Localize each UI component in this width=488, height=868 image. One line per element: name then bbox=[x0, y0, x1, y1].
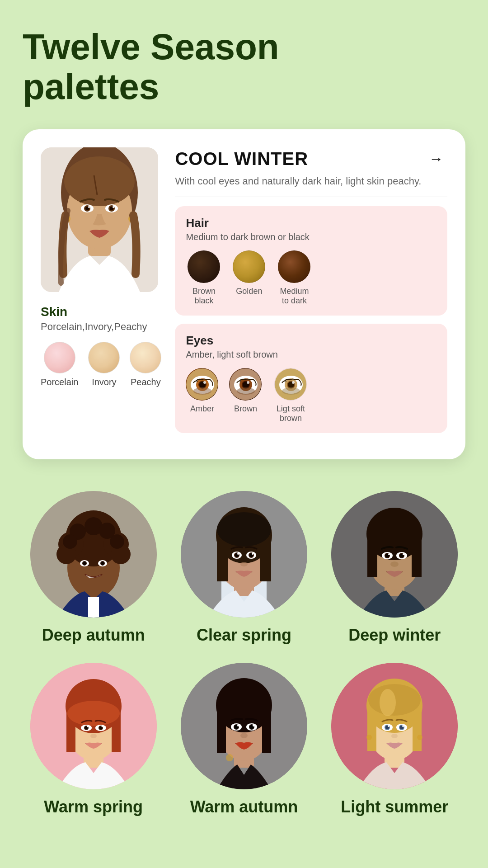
svg-point-47 bbox=[63, 534, 77, 549]
clear-spring-avatar bbox=[181, 491, 307, 618]
svg-point-118 bbox=[240, 733, 248, 738]
person-photo bbox=[41, 147, 158, 292]
season-header: COOL WINTER → bbox=[175, 147, 447, 170]
page-container: Twelve Season palettes bbox=[0, 0, 488, 863]
golden-name: Golden bbox=[236, 287, 262, 296]
svg-point-54 bbox=[101, 562, 104, 565]
brown-black-circle bbox=[188, 250, 220, 283]
swatch-peachy: Peachy bbox=[130, 342, 161, 387]
card-left: Skin Porcelain,Invory,Peachy Porcelain I… bbox=[41, 147, 161, 441]
svg-point-35 bbox=[292, 381, 295, 384]
divider bbox=[175, 197, 447, 197]
card-right: COOL WINTER → With cool eyes and natural… bbox=[175, 147, 447, 441]
brown-eye-circle bbox=[229, 368, 262, 401]
skin-swatches: Porcelain Invory Peachy bbox=[41, 342, 161, 387]
svg-rect-108 bbox=[217, 708, 226, 753]
deep-winter-label: Deep winter bbox=[348, 626, 441, 645]
deep-autumn-label: Deep autumn bbox=[42, 626, 145, 645]
svg-rect-109 bbox=[262, 708, 271, 753]
porcelain-circle bbox=[44, 342, 75, 373]
season-row-2: Warm spring bbox=[23, 663, 465, 816]
season-row-1: Deep autumn bbox=[23, 491, 465, 645]
hair-swatch-golden: Golden bbox=[233, 250, 265, 296]
hair-swatch-brown-black: Brown black bbox=[186, 250, 222, 306]
light-soft-brown-name: Ligt soft brown bbox=[272, 404, 309, 423]
deep-autumn-avatar bbox=[30, 491, 157, 618]
eye-swatch-brown: Brown bbox=[229, 368, 262, 414]
hair-trait-box: Hair Medium to dark brown or black Brown… bbox=[175, 206, 447, 316]
arrow-button[interactable]: → bbox=[425, 147, 447, 170]
eye-swatches: Amber bbox=[186, 368, 436, 423]
eyes-trait-box: Eyes Amber, light soft brown bbox=[175, 324, 447, 433]
svg-point-131 bbox=[388, 725, 389, 727]
svg-point-28 bbox=[247, 381, 249, 384]
svg-rect-61 bbox=[217, 536, 228, 581]
svg-point-94 bbox=[67, 701, 120, 726]
svg-point-29 bbox=[237, 387, 255, 395]
brown-black-name: Brown black bbox=[186, 287, 222, 306]
svg-point-67 bbox=[237, 553, 239, 555]
svg-point-4 bbox=[64, 156, 135, 206]
season-item-warm-autumn[interactable]: Warm autumn bbox=[173, 663, 314, 816]
svg-point-63 bbox=[217, 512, 271, 547]
peachy-name: Peachy bbox=[131, 377, 161, 387]
season-item-deep-autumn[interactable]: Deep autumn bbox=[23, 491, 164, 645]
svg-point-51 bbox=[83, 562, 86, 565]
hair-title: Hair bbox=[186, 216, 436, 230]
swatch-porcelain: Porcelain bbox=[41, 342, 78, 387]
svg-point-48 bbox=[110, 534, 124, 549]
svg-point-127 bbox=[380, 689, 396, 716]
svg-point-36 bbox=[282, 387, 300, 395]
svg-point-103 bbox=[90, 734, 97, 738]
medium-dark-circle bbox=[278, 250, 310, 283]
warm-spring-avatar bbox=[30, 663, 157, 789]
title-line2: palettes bbox=[23, 66, 159, 107]
skin-sublabel: Porcelain,Invory,Peachy bbox=[41, 321, 147, 333]
eye-swatch-light-soft-brown: Ligt soft brown bbox=[272, 368, 309, 423]
porcelain-name: Porcelain bbox=[41, 377, 78, 387]
svg-point-137 bbox=[366, 735, 372, 740]
golden-circle bbox=[233, 250, 265, 283]
svg-rect-78 bbox=[412, 536, 422, 577]
warm-spring-label: Warm spring bbox=[44, 797, 143, 816]
svg-point-82 bbox=[388, 553, 390, 555]
hair-subtitle: Medium to dark brown or black bbox=[186, 232, 436, 242]
season-item-deep-winter[interactable]: Deep winter bbox=[324, 491, 465, 645]
deep-winter-avatar bbox=[331, 491, 458, 618]
brown-name: Brown bbox=[234, 404, 257, 414]
clear-spring-label: Clear spring bbox=[197, 626, 291, 645]
swatch-invory: Invory bbox=[88, 342, 120, 387]
title-line1: Twelve Season bbox=[23, 27, 279, 67]
svg-point-13 bbox=[113, 206, 114, 208]
svg-rect-62 bbox=[260, 536, 271, 581]
season-title: COOL WINTER bbox=[175, 149, 308, 169]
svg-point-87 bbox=[390, 561, 399, 567]
warm-autumn-avatar bbox=[181, 663, 307, 789]
invory-name: Invory bbox=[92, 377, 116, 387]
light-soft-brown-eye-circle bbox=[274, 368, 307, 401]
medium-dark-name: Medium to dark bbox=[276, 287, 312, 306]
amber-eye-circle bbox=[186, 368, 218, 401]
svg-point-119 bbox=[226, 754, 233, 761]
svg-point-117 bbox=[253, 725, 254, 726]
svg-point-113 bbox=[237, 725, 239, 726]
light-summer-avatar bbox=[331, 663, 458, 789]
peachy-circle bbox=[130, 342, 161, 373]
eyes-title: Eyes bbox=[186, 334, 436, 348]
svg-point-102 bbox=[101, 726, 103, 727]
season-item-warm-spring[interactable]: Warm spring bbox=[23, 663, 164, 816]
season-item-light-summer[interactable]: Light summer bbox=[324, 663, 465, 816]
amber-name: Amber bbox=[190, 404, 214, 414]
svg-rect-55 bbox=[88, 597, 99, 618]
season-description: With cool eyes and naturally dark hair, … bbox=[175, 175, 447, 189]
season-card: Skin Porcelain,Invory,Peachy Porcelain I… bbox=[23, 129, 465, 459]
svg-point-22 bbox=[193, 387, 211, 395]
svg-point-86 bbox=[403, 553, 404, 555]
svg-rect-124 bbox=[367, 708, 376, 751]
season-item-clear-spring[interactable]: Clear spring bbox=[173, 491, 314, 645]
svg-point-9 bbox=[88, 206, 90, 208]
hair-swatches: Brown black Golden Medium to dark bbox=[186, 250, 436, 306]
invory-circle bbox=[88, 342, 120, 373]
svg-point-21 bbox=[203, 381, 206, 384]
svg-point-135 bbox=[402, 725, 404, 727]
